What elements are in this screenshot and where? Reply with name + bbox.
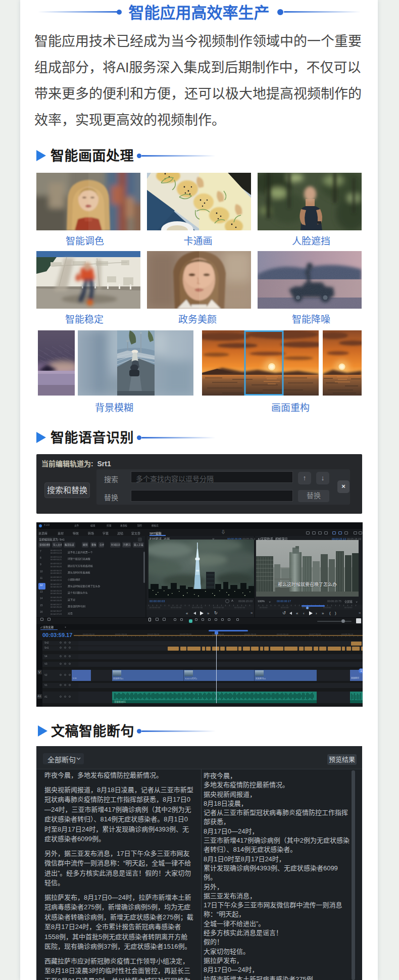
svg-text:音频素材01: 音频素材01 xyxy=(114,700,126,703)
